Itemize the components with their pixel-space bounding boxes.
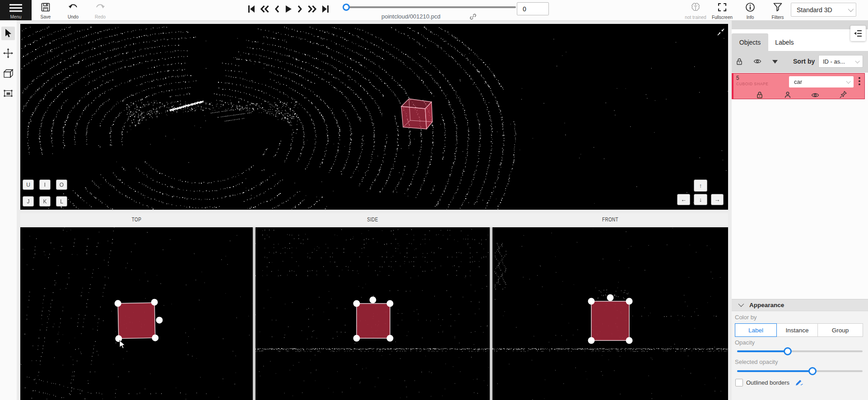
skip-end-button[interactable]	[322, 5, 329, 13]
visibility-all-icon[interactable]	[753, 58, 761, 64]
object-category-value: car	[794, 78, 802, 85]
info-button[interactable]: Info	[740, 1, 760, 20]
object-assignee-icon[interactable]	[784, 91, 791, 99]
object-shape-label: CUBOID SHAPE	[736, 82, 768, 86]
cuboid-tool[interactable]	[3, 69, 14, 78]
arrow-right-button[interactable]: →	[711, 194, 724, 205]
chevron-down-icon	[738, 301, 744, 307]
cuboid-handle[interactable]	[588, 337, 595, 344]
filename-label: pointcloud/001210.pcd	[381, 13, 441, 20]
keycap-j[interactable]: J	[23, 196, 34, 207]
redo-button[interactable]: Redo	[91, 2, 109, 20]
chevron-down-icon	[855, 59, 860, 63]
redo-icon	[94, 3, 105, 12]
step-forward-button[interactable]	[297, 5, 302, 13]
color-by-option-instance[interactable]: Instance	[776, 323, 818, 337]
arrow-left-button[interactable]: ←	[677, 194, 690, 205]
cuboid-handle[interactable]	[387, 335, 394, 342]
tab-labels[interactable]: Labels	[768, 33, 801, 51]
collapse-panel-button[interactable]	[850, 26, 866, 41]
view-mode-select[interactable]: Standard 3D	[791, 3, 856, 17]
menu-button[interactable]: Menu	[0, 0, 32, 20]
top-ortho-view[interactable]	[20, 227, 253, 400]
color-by-option-group[interactable]: Group	[817, 323, 863, 337]
shrink-view-icon[interactable]	[716, 28, 725, 37]
color-by-option-label[interactable]: Label	[735, 323, 777, 337]
right-panel: Objects Labels Sort by	[732, 20, 868, 400]
main-3d-canvas[interactable]	[20, 24, 728, 210]
move-tool[interactable]	[3, 48, 13, 58]
info-icon	[745, 2, 755, 12]
expand-all-icon[interactable]	[772, 60, 778, 64]
cuboid-handle[interactable]	[387, 300, 394, 307]
object-list-item[interactable]: 5 CUBOID SHAPE car	[732, 73, 865, 99]
tab-objects[interactable]: Objects	[732, 33, 768, 51]
keycap-u[interactable]: U	[23, 179, 34, 190]
filters-button[interactable]: Filters	[767, 1, 788, 20]
frame-slider-track[interactable]	[349, 6, 516, 8]
collapse-panel-icon	[853, 28, 863, 38]
cuboid-handle[interactable]	[626, 337, 633, 344]
selected-opacity-label: Selected opacity	[735, 359, 778, 365]
fast-forward-button[interactable]	[307, 5, 317, 13]
keycap-k[interactable]: K	[39, 196, 51, 207]
fullscreen-button[interactable]: Fullscreen	[710, 1, 735, 20]
front-view-cuboid[interactable]	[492, 227, 728, 400]
save-button[interactable]: Save	[37, 2, 54, 20]
keycap-l[interactable]: L	[56, 196, 67, 207]
keycap-o[interactable]: O	[56, 179, 67, 190]
keycap-i[interactable]: I	[39, 179, 51, 190]
object-menu-kebab[interactable]	[859, 77, 860, 85]
edit-pencil-icon[interactable]	[795, 378, 803, 386]
selected-opacity-slider-knob[interactable]	[808, 367, 817, 375]
arrow-up-button[interactable]: ↑	[694, 179, 707, 192]
opacity-slider-knob[interactable]	[784, 347, 792, 355]
fast-backward-button[interactable]	[260, 5, 269, 13]
step-back-button[interactable]	[274, 5, 280, 13]
menu-label: Menu	[0, 14, 32, 19]
main-3d-view[interactable]: U I O J K L ↑ ← ↓ →	[20, 24, 728, 210]
lock-all-icon[interactable]	[736, 58, 743, 65]
sort-select[interactable]: ID - as...	[818, 55, 863, 68]
undo-button[interactable]: Undo	[64, 2, 82, 20]
object-lock-icon[interactable]	[756, 91, 763, 99]
link-icon[interactable]	[469, 13, 477, 20]
cuboid-rotate-handle[interactable]	[156, 317, 162, 323]
top-view-label: TOP	[41, 216, 232, 223]
play-button[interactable]	[285, 5, 292, 13]
sort-value: ID - as...	[823, 58, 845, 65]
image-select-tool[interactable]	[3, 89, 13, 98]
cursor-tool[interactable]	[4, 28, 13, 38]
filters-icon	[773, 2, 783, 12]
object-category-select[interactable]: car	[789, 76, 854, 87]
skip-start-button[interactable]	[248, 5, 255, 13]
cuboid-rotate-handle[interactable]	[370, 297, 376, 303]
outlined-borders-checkbox[interactable]	[735, 379, 743, 386]
hamburger-icon	[9, 4, 22, 12]
object-visibility-icon[interactable]	[811, 92, 819, 98]
frame-number-input[interactable]	[517, 2, 549, 15]
object-pin-icon[interactable]	[839, 91, 847, 99]
side-ortho-view[interactable]	[255, 227, 490, 400]
cuboid-handle[interactable]	[626, 298, 633, 305]
selected-cuboid-3d[interactable]	[393, 95, 433, 131]
chevron-down-icon	[848, 6, 854, 12]
top-view-cuboid[interactable]	[20, 227, 253, 400]
front-ortho-view[interactable]	[492, 227, 728, 400]
view-label-bar: TOP SIDE FRONT	[20, 213, 728, 226]
annotation-app: Menu Save Undo Redo	[0, 0, 868, 400]
appearance-body: Color by Label Instance Group Opacity Se…	[732, 311, 868, 400]
appearance-header[interactable]: Appearance	[732, 299, 868, 311]
cuboid-rotate-handle[interactable]	[607, 294, 614, 301]
cuboid-handle[interactable]	[353, 335, 360, 342]
tool-sidebar	[0, 20, 17, 400]
save-label: Save	[37, 14, 54, 19]
frame-slider-knob[interactable]	[343, 4, 350, 11]
opacity-label: Opacity	[735, 339, 755, 346]
cuboid-handle[interactable]	[353, 300, 360, 307]
color-by-label: Color by	[735, 314, 757, 321]
cuboid-handle[interactable]	[588, 298, 595, 305]
arrow-down-button[interactable]: ↓	[694, 194, 707, 205]
objects-toolbar: Sort by ID - as...	[732, 51, 868, 73]
side-view-cuboid[interactable]	[255, 227, 490, 400]
